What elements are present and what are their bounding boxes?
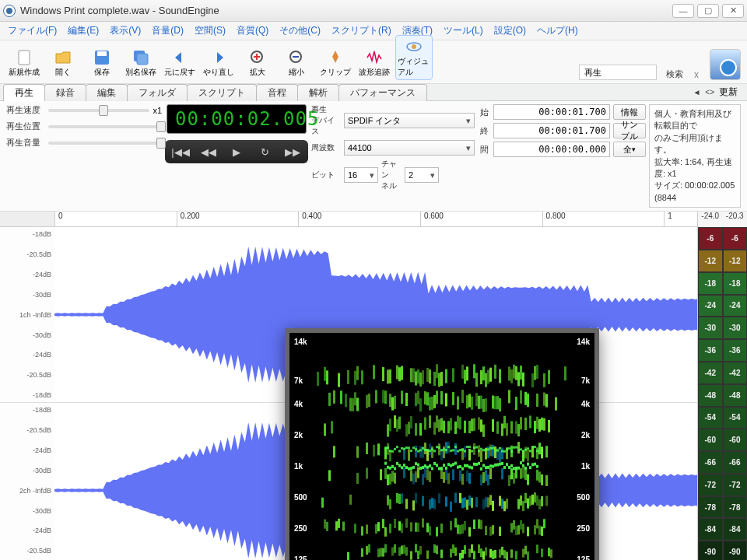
svg-rect-119: [403, 464, 405, 467]
svg-rect-157: [417, 523, 419, 532]
save-button[interactable]: 保存: [84, 46, 120, 80]
svg-rect-174: [422, 447, 424, 450]
volume-slider[interactable]: 再生音量: [6, 137, 162, 149]
menu-その他(C)[interactable]: その他(C): [275, 23, 325, 39]
svg-rect-397: [499, 398, 501, 411]
device-select[interactable]: SPDIF インタ: [344, 113, 475, 128]
svg-rect-520: [541, 496, 543, 506]
minimize-button[interactable]: —: [672, 4, 694, 18]
svg-rect-294: [464, 545, 466, 554]
freq-select[interactable]: 44100: [344, 140, 475, 156]
menu-ツール(L)[interactable]: ツール(L): [439, 23, 488, 39]
tab-音程[interactable]: 音程: [256, 84, 298, 101]
svg-rect-55: [377, 548, 380, 557]
open-button[interactable]: 開く: [45, 46, 81, 80]
maximize-button[interactable]: ▢: [697, 4, 719, 18]
new-button[interactable]: 新規作成: [6, 46, 42, 80]
play-button[interactable]: ▶: [223, 142, 251, 162]
svg-rect-214: [436, 546, 438, 555]
meter-cell: -84: [698, 518, 723, 541]
tab-解析[interactable]: 解析: [297, 84, 339, 101]
menu-音量(D)[interactable]: 音量(D): [147, 23, 188, 39]
forward-button[interactable]: ▶▶: [279, 142, 307, 162]
svg-rect-65: [384, 527, 387, 537]
menu-表示(V)[interactable]: 表示(V): [105, 23, 146, 39]
save-as-button[interactable]: 別名保存: [123, 46, 159, 80]
svg-rect-333: [478, 520, 480, 529]
meter-cell: -60: [698, 429, 723, 451]
rewind-button[interactable]: ◀◀: [195, 142, 223, 162]
spectrogram-visualizer[interactable]: 14k14k7k7k4k4k2k2k1k1k500500250250125125: [285, 328, 599, 560]
loop-button[interactable]: ↻: [251, 142, 279, 162]
svg-rect-388: [494, 550, 496, 558]
channel-select[interactable]: 2: [405, 167, 439, 183]
speed-slider[interactable]: 再生速度x1: [6, 104, 162, 116]
svg-rect-509: [536, 544, 538, 553]
svg-rect-407: [501, 499, 503, 509]
svg-rect-430: [510, 468, 513, 479]
tab-編集[interactable]: 編集: [86, 84, 128, 101]
svg-rect-153: [415, 448, 417, 450]
tab-スクリプト[interactable]: スクリプト: [187, 84, 257, 101]
svg-rect-101: [396, 446, 398, 448]
end-time-input[interactable]: 00:00:01.700: [493, 123, 610, 138]
duration-input[interactable]: 00:00:00.000: [493, 142, 610, 157]
tab-パフォーマンス[interactable]: パフォーマンス: [338, 84, 427, 101]
tab-scroll-right[interactable]: <>: [705, 88, 714, 96]
all-button[interactable]: 全: [613, 142, 646, 157]
svg-rect-247: [447, 463, 450, 466]
tab-再生[interactable]: 再生: [3, 84, 45, 101]
svg-rect-413: [503, 550, 506, 558]
svg-rect-476: [524, 546, 527, 555]
refresh-button[interactable]: 更新: [719, 86, 738, 99]
menu-音質(Q)[interactable]: 音質(Q): [232, 23, 273, 39]
zoom-out-button[interactable]: 縮小: [279, 46, 314, 80]
start-label: 始: [478, 107, 490, 118]
svg-rect-450: [517, 442, 520, 453]
spectro-tick: 500: [294, 493, 307, 502]
menu-編集(E)[interactable]: 編集(E): [63, 23, 103, 39]
tab-フォルダ[interactable]: フォルダ: [127, 84, 188, 101]
trace-button[interactable]: 波形追跡: [356, 46, 392, 80]
svg-rect-248: [447, 446, 450, 448]
timeline-tick: 1: [664, 212, 672, 227]
undo-button[interactable]: 元に戻す: [162, 46, 198, 80]
svg-rect-184: [426, 469, 429, 480]
start-time-input[interactable]: 00:00:01.700: [493, 104, 610, 120]
menu-スクリプト(R)[interactable]: スクリプト(R): [327, 23, 396, 39]
svg-rect-298: [466, 395, 468, 408]
position-slider[interactable]: 再生位置: [6, 121, 162, 132]
menu-空間(S)[interactable]: 空間(S): [190, 23, 230, 39]
menu-ヘルプ(H)[interactable]: ヘルプ(H): [532, 23, 583, 39]
skip-start-button[interactable]: |◀◀: [167, 142, 195, 162]
tab-scroll-left[interactable]: ◄: [693, 88, 700, 96]
svg-rect-222: [438, 446, 440, 449]
playback-mode-input[interactable]: [579, 65, 657, 80]
svg-rect-159: [417, 464, 419, 467]
search-clear-button[interactable]: x: [689, 69, 703, 80]
spectro-tick: 7k: [294, 376, 303, 385]
svg-rect-493: [531, 495, 534, 505]
svg-rect-126: [405, 466, 408, 469]
menu-ファイル(F)[interactable]: ファイル(F): [3, 23, 61, 39]
svg-rect-345: [480, 448, 482, 450]
timeline-ruler[interactable]: 00.2000.4000.6000.8001: [0, 212, 747, 227]
bits-select[interactable]: 16: [344, 167, 378, 183]
redo-button[interactable]: やり直し: [201, 46, 237, 80]
timeline-tick: 0.400: [298, 212, 321, 227]
close-button[interactable]: ✕: [722, 4, 744, 18]
svg-rect-328: [475, 463, 478, 466]
svg-rect-173: [422, 466, 424, 469]
clip-button[interactable]: クリップ: [317, 46, 353, 80]
menu-設定(O)[interactable]: 設定(O): [489, 23, 531, 39]
svg-rect-212: [436, 415, 438, 428]
svg-rect-307: [468, 495, 471, 506]
tab-録音[interactable]: 録音: [44, 84, 86, 101]
zoom-in-button[interactable]: 拡大: [240, 46, 275, 80]
svg-rect-18: [331, 421, 333, 433]
info-button[interactable]: 情報: [613, 104, 646, 120]
visual-button[interactable]: ヴィジュアル: [395, 35, 433, 80]
sample-button[interactable]: サンプル: [613, 123, 646, 138]
svg-rect-175: [424, 391, 426, 404]
svg-rect-371: [489, 468, 492, 479]
